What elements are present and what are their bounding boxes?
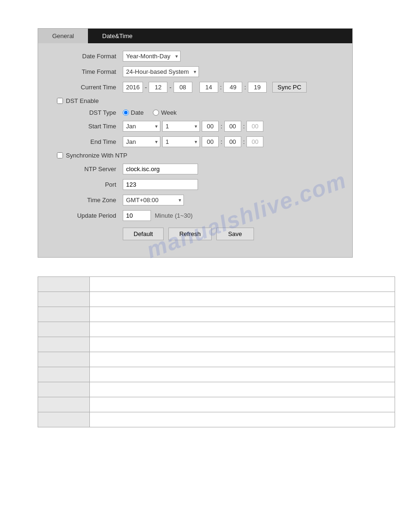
time-zone-select-wrapper: GMT+08:00 GMT+00:00 GMT-05:00 GMT+05:30 bbox=[123, 195, 184, 205]
table-cell-value bbox=[90, 322, 395, 337]
ntp-server-input[interactable] bbox=[123, 164, 198, 174]
sync-pc-button[interactable]: Sync PC bbox=[272, 82, 307, 93]
start-day-select[interactable]: 12345 bbox=[162, 121, 200, 132]
dst-week-radio-label[interactable]: Week bbox=[153, 109, 176, 116]
table-cell-value bbox=[90, 397, 395, 412]
dst-enable-row: DST Enable bbox=[48, 97, 343, 104]
time-format-row: Time Format 24-Hour-based System 12-Hour… bbox=[48, 66, 343, 77]
time-zone-row: Time Zone GMT+08:00 GMT+00:00 GMT-05:00 … bbox=[48, 195, 343, 205]
settings-panel: General Date&Time Date Format Year-Month… bbox=[38, 28, 353, 258]
form-area: Date Format Year-Month-Day Month-Day-Yea… bbox=[38, 43, 352, 248]
current-time-row: Current Time 2016 - 12 - 08 14 : 49 : 19… bbox=[48, 82, 343, 93]
start-sec: 00 bbox=[246, 121, 263, 132]
start-hour: 00 bbox=[202, 121, 219, 132]
update-period-row: Update Period Minute (1~30) bbox=[48, 210, 343, 221]
table-cell-value bbox=[90, 352, 395, 367]
port-label: Port bbox=[48, 181, 123, 188]
update-period-input[interactable] bbox=[123, 210, 151, 221]
end-day-select[interactable]: 12345 bbox=[162, 136, 200, 147]
dst-week-radio[interactable] bbox=[153, 110, 159, 116]
save-button[interactable]: Save bbox=[216, 228, 254, 240]
sync-ntp-label: Synchronize With NTP bbox=[66, 152, 127, 159]
end-min: 00 bbox=[224, 136, 241, 147]
port-input[interactable] bbox=[123, 179, 198, 190]
update-period-hint: Minute (1~30) bbox=[155, 212, 193, 219]
end-colon2: : bbox=[243, 138, 245, 145]
date-format-label: Date Format bbox=[48, 53, 123, 60]
sep1: - bbox=[145, 84, 147, 91]
start-time-inputs: JanFebMar AprMayJun JulAugSep OctNovDec … bbox=[123, 121, 263, 132]
update-period-label: Update Period bbox=[48, 212, 123, 219]
update-period-wrap: Minute (1~30) bbox=[123, 210, 193, 221]
end-time-row: End Time JanFebMar AprMayJun JulAugSep O… bbox=[48, 136, 343, 147]
dst-date-radio[interactable] bbox=[123, 110, 129, 116]
start-month-select[interactable]: JanFebMar AprMayJun JulAugSep OctNovDec bbox=[123, 121, 160, 132]
colon1: : bbox=[220, 84, 222, 91]
dst-week-label: Week bbox=[161, 109, 176, 116]
tab-datetime[interactable]: Date&Time bbox=[88, 29, 147, 43]
dst-type-radio-group: Date Week bbox=[123, 109, 176, 116]
dst-enable-label: DST Enable bbox=[66, 97, 99, 104]
end-month-select[interactable]: JanFebMar AprMayJun JulAugSep OctNovDec bbox=[123, 136, 160, 147]
table-row bbox=[38, 277, 395, 292]
dst-enable-checkbox[interactable] bbox=[57, 98, 63, 104]
start-colon2: : bbox=[243, 123, 245, 130]
time-format-select[interactable]: 24-Hour-based System 12-Hour-based Syste… bbox=[123, 66, 199, 77]
ntp-server-label: NTP Server bbox=[48, 165, 123, 173]
start-month-wrapper: JanFebMar AprMayJun JulAugSep OctNovDec bbox=[123, 121, 160, 132]
current-time-label: Current Time bbox=[48, 84, 123, 91]
lower-table-wrapper bbox=[38, 276, 395, 427]
dst-type-label: DST Type bbox=[48, 109, 123, 116]
table-cell-value bbox=[90, 337, 395, 352]
dst-type-row: DST Type Date Week bbox=[48, 109, 343, 116]
table-row bbox=[38, 352, 395, 367]
current-month: 12 bbox=[149, 82, 167, 93]
table-cell-value bbox=[90, 277, 395, 292]
start-day-wrapper: 12345 bbox=[162, 121, 200, 132]
start-min: 00 bbox=[224, 121, 241, 132]
table-cell-label bbox=[38, 322, 90, 337]
dst-date-radio-label[interactable]: Date bbox=[123, 109, 143, 116]
refresh-button[interactable]: Refresh bbox=[168, 228, 212, 240]
current-min: 49 bbox=[223, 82, 242, 93]
table-cell-label bbox=[38, 382, 90, 397]
current-year: 2016 bbox=[123, 82, 143, 93]
table-cell-value bbox=[90, 412, 395, 427]
default-button[interactable]: Default bbox=[123, 228, 164, 240]
table-row bbox=[38, 412, 395, 427]
date-format-select[interactable]: Year-Month-Day Month-Day-Year Day-Month-… bbox=[123, 51, 181, 62]
time-zone-select[interactable]: GMT+08:00 GMT+00:00 GMT-05:00 GMT+05:30 bbox=[123, 195, 184, 205]
table-row bbox=[38, 307, 395, 322]
sync-ntp-checkbox[interactable] bbox=[57, 152, 63, 158]
start-time-row: Start Time JanFebMar AprMayJun JulAugSep… bbox=[48, 121, 343, 132]
table-cell-value bbox=[90, 382, 395, 397]
sep2: - bbox=[169, 84, 171, 91]
table-row bbox=[38, 397, 395, 412]
time-format-select-wrapper: 24-Hour-based System 12-Hour-based Syste… bbox=[123, 66, 199, 77]
table-cell-label bbox=[38, 412, 90, 427]
table-row bbox=[38, 367, 395, 382]
end-month-wrapper: JanFebMar AprMayJun JulAugSep OctNovDec bbox=[123, 136, 160, 147]
table-cell-value bbox=[90, 292, 395, 307]
table-cell-label bbox=[38, 397, 90, 412]
lower-table bbox=[38, 276, 395, 427]
tab-bar: General Date&Time bbox=[38, 29, 352, 43]
table-cell-value bbox=[90, 367, 395, 382]
port-row: Port bbox=[48, 179, 343, 190]
tab-general[interactable]: General bbox=[38, 29, 88, 43]
current-sec: 19 bbox=[248, 82, 267, 93]
end-colon1: : bbox=[221, 138, 222, 145]
table-row bbox=[38, 322, 395, 337]
time-zone-label: Time Zone bbox=[48, 197, 123, 204]
table-cell-label bbox=[38, 277, 90, 292]
table-cell-value bbox=[90, 307, 395, 322]
start-time-label: Start Time bbox=[48, 123, 123, 130]
tab-spacer bbox=[147, 29, 352, 43]
date-format-select-wrapper: Year-Month-Day Month-Day-Year Day-Month-… bbox=[123, 51, 181, 62]
dst-date-label: Date bbox=[131, 109, 143, 116]
table-row bbox=[38, 292, 395, 307]
current-hour: 14 bbox=[199, 82, 218, 93]
table-cell-label bbox=[38, 307, 90, 322]
current-time-display: 2016 - 12 - 08 14 : 49 : 19 Sync PC bbox=[123, 82, 307, 93]
table-row bbox=[38, 382, 395, 397]
